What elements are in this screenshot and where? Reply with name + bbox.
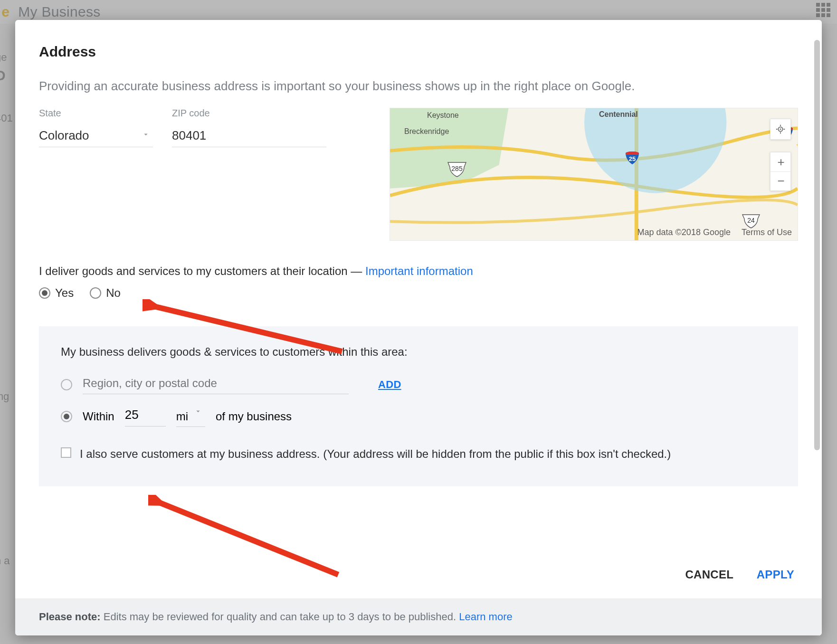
- dialog-actions: CANCEL APPLY: [15, 554, 822, 598]
- svg-text:25: 25: [629, 155, 636, 162]
- svg-point-7: [780, 129, 781, 130]
- service-area-panel: My business delivers goods & services to…: [39, 326, 798, 486]
- dialog-footer-note: Please note: Edits may be reviewed for q…: [15, 598, 822, 635]
- state-value: Colorado: [39, 128, 89, 142]
- apply-button[interactable]: APPLY: [757, 568, 794, 581]
- dialog-title: Address: [39, 44, 798, 60]
- learn-more-link[interactable]: Learn more: [459, 611, 513, 623]
- radio-label: Yes: [55, 286, 74, 300]
- zip-label: ZIP code: [172, 108, 326, 119]
- map-city-label: Centennial: [599, 110, 638, 119]
- chevron-down-icon: [194, 405, 202, 418]
- region-input[interactable]: [83, 375, 349, 394]
- map-city-label: Keystone: [427, 111, 459, 120]
- map-locate-button[interactable]: [770, 119, 791, 140]
- service-distance-radio[interactable]: [61, 411, 72, 422]
- also-serve-label: I also serve customers at my business ad…: [80, 445, 671, 463]
- important-info-link[interactable]: Important information: [365, 265, 473, 277]
- map-preview[interactable]: Keystone Breckenridge Centennial 285 25 …: [390, 108, 798, 241]
- chevron-down-icon: [142, 127, 150, 142]
- svg-text:285: 285: [451, 165, 463, 172]
- distance-value-input[interactable]: [125, 407, 166, 426]
- route-shield-icon: 285: [447, 161, 467, 180]
- state-select[interactable]: Colorado: [39, 127, 153, 147]
- deliver-radio-no[interactable]: No: [90, 286, 121, 300]
- deliver-radio-yes[interactable]: Yes: [39, 286, 74, 300]
- map-attribution: Map data ©2018 Google Terms of Use: [637, 227, 792, 237]
- deliver-question: I deliver goods and services to my custo…: [39, 265, 798, 278]
- service-region-radio[interactable]: [61, 379, 72, 390]
- state-label: State: [39, 108, 153, 119]
- cancel-button[interactable]: CANCEL: [685, 568, 733, 581]
- map-zoom-out-button[interactable]: −: [770, 171, 791, 190]
- map-zoom-in-button[interactable]: +: [770, 152, 791, 171]
- also-serve-checkbox[interactable]: [61, 447, 71, 458]
- map-zoom-control: + −: [770, 152, 791, 191]
- address-dialog: Address Providing an accurate business a…: [15, 20, 822, 635]
- of-business-label: of my business: [216, 410, 292, 423]
- within-label: Within: [83, 410, 114, 423]
- zip-input[interactable]: [172, 127, 326, 147]
- radio-label: No: [106, 286, 121, 300]
- dialog-subtitle: Providing an accurate business address i…: [39, 79, 798, 94]
- service-area-title: My business delivers goods & services to…: [61, 345, 776, 359]
- map-city-label: Breckenridge: [404, 127, 449, 136]
- dialog-scrollbar[interactable]: [814, 40, 820, 595]
- map-terms-link[interactable]: Terms of Use: [742, 227, 792, 237]
- interstate-shield-icon: 25: [625, 150, 640, 167]
- svg-text:24: 24: [747, 217, 755, 224]
- add-region-button[interactable]: ADD: [378, 379, 401, 391]
